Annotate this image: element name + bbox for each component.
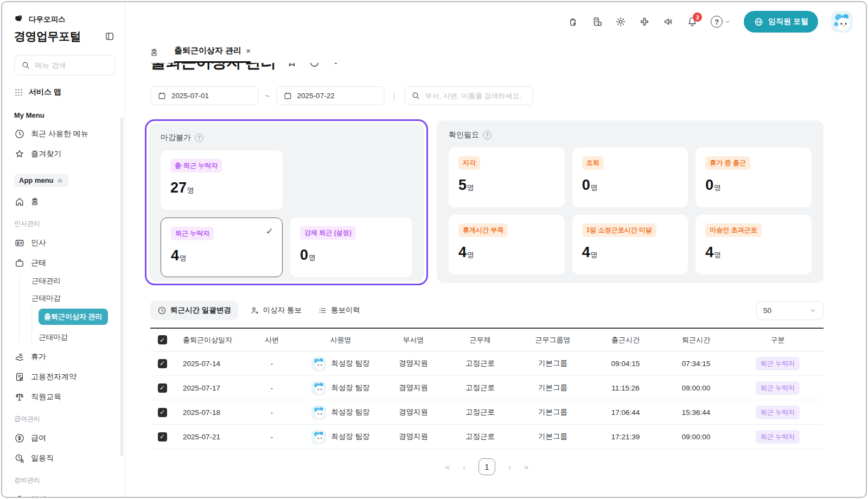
cell-work-type: 고정근로 [445,359,515,368]
vacation-label: 휴가 [31,352,46,362]
date-from-value: 2025-07-01 [171,92,209,100]
date-range-tilde: ~ [264,92,271,100]
help-icon[interactable]: ? [195,133,203,142]
employee-search-input[interactable] [425,92,526,100]
sidebar: 다우오피스 경영업무포털 서비스 맵 My Menu 최근 사용한 메뉴 즐겨찾… [2,2,125,497]
card-unapproved-overtime[interactable]: 미승인 초과근로 4명 [695,215,812,274]
help-icon[interactable]: ? [483,131,492,139]
employee-avatar [311,430,326,444]
help-menu[interactable]: ? [711,16,731,28]
cell-date: 2025-07-17 [174,384,244,392]
topbar: 3 ? 임직원 포털 [150,2,853,41]
menu-search-input[interactable] [35,61,100,69]
prev-page-button[interactable]: ‹ [463,462,465,471]
table-row[interactable]: ✓ 2025-07-17 - 최성장 팀장 경영지원 고정근로 기본그룹 11:… [150,376,824,400]
filter-row: 2025-07-01 ~ 2025-07-22 | [150,86,824,105]
employee-portal-button[interactable]: 임직원 포털 [744,11,818,33]
row-checkbox[interactable]: ✓ [158,408,167,417]
sidebar-scrollbar[interactable] [120,117,123,456]
sidebar-item-insa[interactable]: 인사 [14,238,115,248]
cell-work-group: 기본그룹 [515,407,591,417]
card-unit: 명 [180,254,187,262]
sidebar-item-contract[interactable]: 고용전자계약 [14,372,115,382]
app-menu-toggle[interactable]: App menu [14,174,68,187]
card-value: 0 [705,177,713,193]
menu-search[interactable] [14,55,115,75]
title-chevron-down-icon[interactable] [330,63,341,68]
sidebar-item-recent-menu[interactable]: 최근 사용한 메뉴 [14,129,115,139]
card-value: 27 [170,180,187,196]
geuntae-close-submenu: 출퇴근이상자 관리 근태마감 [31,309,115,342]
sidebar-item-geuntae-mgmt[interactable]: 근태관리 [31,276,115,286]
tab-attendance-anomaly[interactable]: 출퇴근이상자 관리 × [174,46,251,63]
user-avatar[interactable] [831,11,853,33]
notify-history-button[interactable]: 통보이력 [311,301,367,319]
person-notify-icon [250,306,259,315]
date-from-input[interactable]: 2025-07-01 [150,86,259,105]
notify-history-label: 통보이력 [331,305,360,315]
employee-avatar [311,356,326,371]
sidebar-item-expense[interactable]: 경비 [14,494,115,498]
last-page-button[interactable]: » [524,462,528,471]
select-all-checkbox[interactable]: ✓ [158,335,167,344]
my-menu-label: My Menu [14,111,115,119]
card-missing-out[interactable]: 퇴근 누락자 ✓ 4명 [161,217,283,277]
table-row[interactable]: ✓ 2025-07-21 - 최성장 팀장 경영지원 고정근로 기본그룹 17:… [150,425,824,449]
sidebar-item-service-map[interactable]: 서비스 맵 [14,87,115,97]
add-plus-icon[interactable] [639,16,650,27]
card-forced-out[interactable]: 강제 퇴근 (설정) 0명 [290,217,412,277]
refresh-icon[interactable] [308,63,321,69]
sidebar-item-geuntae-close-sub[interactable]: 근태마감 [39,332,115,342]
card-insufficient-break[interactable]: 휴게시간 부족 4명 [449,215,565,274]
unclosable-section: 마감불가 ? 출·퇴근 누락자 27명 퇴근 누락자 ✓ 4명 [149,123,424,282]
page-size-select[interactable]: 50 [756,301,824,320]
announcement-speaker-icon[interactable] [663,16,674,27]
company-switch-icon[interactable] [591,16,602,27]
sidebar-item-vacation[interactable]: 휴가 [14,351,115,362]
sidebar-item-education[interactable]: 직원교육 [14,392,115,402]
favorite-star-icon[interactable] [285,63,298,69]
row-checkbox[interactable]: ✓ [158,432,167,442]
date-to-input[interactable]: 2025-07-22 [276,86,385,105]
sidebar-item-geuntae[interactable]: 근태 [14,258,115,268]
card-late[interactable]: 지각 5명 [449,148,565,207]
row-checkbox[interactable]: ✓ [158,359,167,368]
collapse-sidebar-icon[interactable] [104,31,115,42]
table-row[interactable]: ✓ 2025-07-18 - 최성장 팀장 경영지원 고정근로 기본그룹 17:… [150,400,824,425]
app-menu-label: App menu [19,176,54,184]
cell-clock-in: 17:21:39 [591,433,660,441]
row-type-badge: 퇴근 누락자 [756,381,800,395]
notification-count-badge: 3 [693,12,702,22]
card-under-standard-hours[interactable]: 1일 소정근로시간 미달 4명 [572,215,688,274]
current-page[interactable]: 1 [478,458,495,475]
first-page-button[interactable]: « [445,462,450,471]
employee-search[interactable] [404,86,533,105]
sidebar-item-attendance-anomaly[interactable]: 출퇴근이상자 관리 [39,309,108,325]
settings-gear-icon[interactable] [615,16,626,27]
col-header-dept: 부서명 [381,335,445,345]
cell-work-group: 기본그룹 [515,383,591,393]
sidebar-item-favorites[interactable]: 즐겨찾기 [14,149,115,159]
card-empty-slot [290,150,412,210]
card-early-leave[interactable]: 조퇴 0명 [572,148,688,207]
sidebar-item-geuntae-close[interactable]: 근태마감 [31,293,115,303]
card-work-on-vacation[interactable]: 휴가 중 출근 0명 [695,148,812,207]
notification-bell-icon[interactable]: 3 [687,16,698,27]
next-page-button[interactable]: › [508,462,511,471]
card-missing-in-out[interactable]: 출·퇴근 누락자 27명 [161,150,283,210]
tab-close-icon[interactable]: × [246,46,251,55]
tab-home[interactable]: 홈 [150,48,158,63]
bulk-change-out-time-button[interactable]: 퇴근시간 일괄변경 [150,300,238,320]
app-store-icon[interactable] [567,16,578,27]
sidebar-item-daily-worker[interactable]: 일용직 [14,453,115,464]
row-type-badge: 퇴근 누락자 [756,406,800,419]
sidebar-item-home[interactable]: 홈 [14,196,115,207]
card-unit: 명 [309,253,316,261]
notify-anomaly-button[interactable]: 이상자 통보 [244,301,308,319]
table-row[interactable]: ✓ 2025-07-14 - 최성장 팀장 경영지원 고정근로 기본그룹 09:… [150,351,824,376]
sidebar-item-pay[interactable]: 급여 [14,433,115,444]
cell-name: 최성장 팀장 [331,432,369,442]
employee-avatar [311,405,326,420]
check-icon: ✓ [266,226,273,237]
row-checkbox[interactable]: ✓ [158,383,167,393]
